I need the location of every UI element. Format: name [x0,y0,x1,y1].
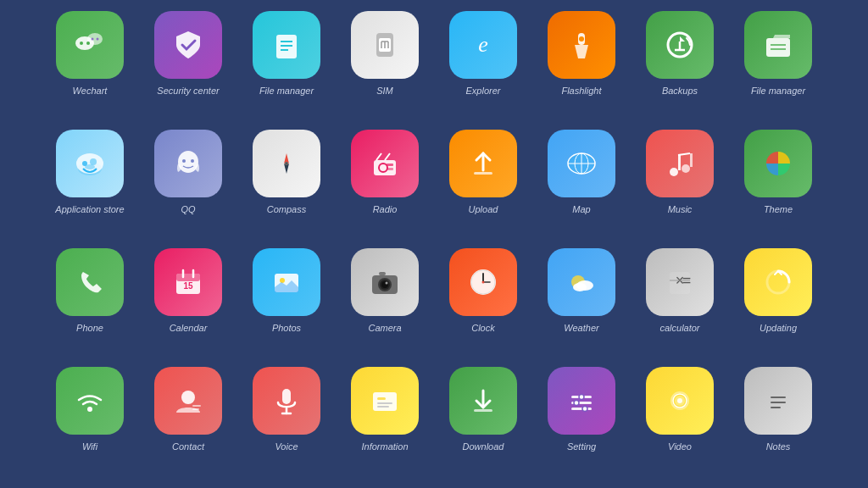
app-item-calculator[interactable]: ×=calculator [637,248,722,358]
svg-text:15: 15 [183,281,193,291]
app-icon-wifi [56,367,124,435]
app-item-map[interactable]: Map [539,130,624,240]
app-item-filemanager1[interactable]: File manager [244,11,329,121]
app-label-contact: Contact [172,441,204,452]
app-icon-explorer: e [449,11,517,79]
app-item-calendar[interactable]: 15Calendar [146,248,231,358]
svg-point-95 [574,401,579,406]
app-label-notes: Notes [766,441,791,452]
app-item-security[interactable]: Security center [146,11,231,121]
app-item-filemanager2[interactable]: File manager [736,11,821,121]
app-item-sim[interactable]: SIM [342,11,427,121]
app-icon-upload [449,130,517,197]
app-icon-weather [548,248,615,316]
svg-point-96 [582,407,587,412]
svg-point-35 [285,162,288,165]
svg-line-50 [678,153,690,155]
app-icon-notes [744,367,812,435]
app-label-wechat: Wechart [73,86,108,96]
app-item-camera[interactable]: Camera [342,248,427,358]
svg-rect-38 [387,164,393,166]
app-item-explorer[interactable]: eExplorer [441,11,526,121]
app-item-voice[interactable]: Voice [244,367,329,477]
svg-point-79 [87,407,92,412]
svg-rect-87 [377,397,386,400]
app-label-photos: Photos [272,323,301,333]
app-item-backups[interactable]: Backups [637,11,722,121]
app-item-notes[interactable]: Notes [736,367,821,477]
app-label-filemanager1: File manager [259,86,314,96]
svg-rect-48 [678,155,681,170]
app-icon-filemanager1 [253,11,320,79]
svg-rect-83 [282,389,291,404]
app-icon-theme [744,130,812,197]
app-label-map: Map [572,204,590,214]
app-item-compass[interactable]: Compass [244,130,329,240]
app-item-setting[interactable]: Setting [539,367,624,477]
svg-point-4 [92,38,94,41]
svg-point-29 [178,151,198,173]
svg-point-2 [80,42,83,45]
app-item-radio[interactable]: Radio [342,130,427,240]
app-icon-download [449,367,517,435]
app-item-theme[interactable]: Theme [736,130,821,240]
app-label-sim: SIM [376,86,393,96]
app-label-appstore: Application store [55,204,124,214]
app-label-radio: Radio [373,204,398,214]
svg-rect-49 [690,153,693,167]
app-icon-qq [154,130,222,197]
svg-rect-89 [377,406,389,408]
app-item-updating[interactable]: Updating [736,248,821,358]
app-item-phone[interactable]: Phone [47,248,132,358]
app-label-upload: Upload [469,204,498,214]
app-icon-filemanager2 [744,11,812,79]
app-icon-video [646,367,714,435]
app-item-download[interactable]: Download [441,367,526,477]
app-icon-appstore [56,130,124,197]
app-item-photos[interactable]: Photos [244,248,329,358]
app-label-phone: Phone [76,323,103,333]
app-item-contact[interactable]: Contact [146,367,231,477]
app-label-filemanager2: File manager [751,86,805,96]
svg-rect-90 [474,409,492,412]
app-icon-calendar: 15 [154,248,222,316]
app-label-calendar: Calendar [170,323,208,333]
app-label-clock: Clock [471,323,495,333]
app-icon-compass [253,130,320,197]
svg-point-47 [682,164,690,173]
app-item-weather[interactable]: Weather [539,248,624,358]
app-label-information: Information [361,441,408,452]
app-icon-information [351,367,419,435]
app-item-music[interactable]: Music [637,130,722,240]
svg-rect-59 [275,287,298,292]
svg-point-28 [85,164,95,169]
app-icon-phone [56,248,124,316]
app-item-information[interactable]: Information [342,367,427,477]
app-item-wifi[interactable]: Wifi [47,367,132,477]
svg-point-58 [280,278,285,283]
app-label-camera: Camera [368,323,401,333]
app-item-clock[interactable]: Clock [441,248,526,358]
app-label-compass: Compass [267,204,306,214]
app-grid: WechartSecurity centerFile managerSIMeEx… [31,3,837,485]
app-label-music: Music [668,204,693,214]
app-item-appstore[interactable]: Application store [47,130,132,240]
svg-rect-21 [766,38,790,57]
app-label-qq: QQ [181,204,195,214]
app-item-upload[interactable]: Upload [441,130,526,240]
svg-rect-53 [176,274,200,281]
app-label-security: Security center [157,86,219,96]
svg-rect-65 [379,272,386,275]
app-item-wechat[interactable]: Wechart [47,11,132,121]
app-icon-voice [253,367,320,435]
app-icon-updating [744,248,812,316]
svg-point-31 [191,159,194,163]
app-icon-camera [351,248,419,316]
app-item-video[interactable]: Video [637,367,722,477]
svg-rect-39 [387,168,393,170]
app-item-qq[interactable]: QQ [146,130,231,240]
app-icon-security [154,11,222,79]
app-icon-wechat [56,11,124,79]
app-label-backups: Backups [662,86,698,96]
app-item-flashlight[interactable]: Flashlight [539,11,624,121]
